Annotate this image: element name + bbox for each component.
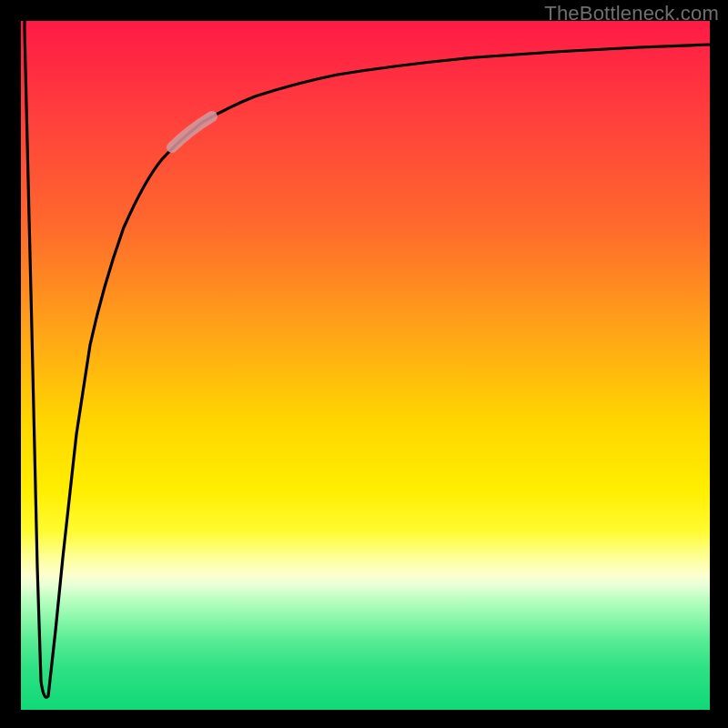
plot-area	[21, 21, 710, 710]
watermark-text: TheBottleneck.com	[544, 2, 719, 25]
bottleneck-curve-svg	[21, 21, 710, 710]
bottleneck-curve	[25, 21, 710, 697]
curve-highlight	[172, 116, 212, 147]
chart-frame: TheBottleneck.com	[0, 0, 728, 728]
